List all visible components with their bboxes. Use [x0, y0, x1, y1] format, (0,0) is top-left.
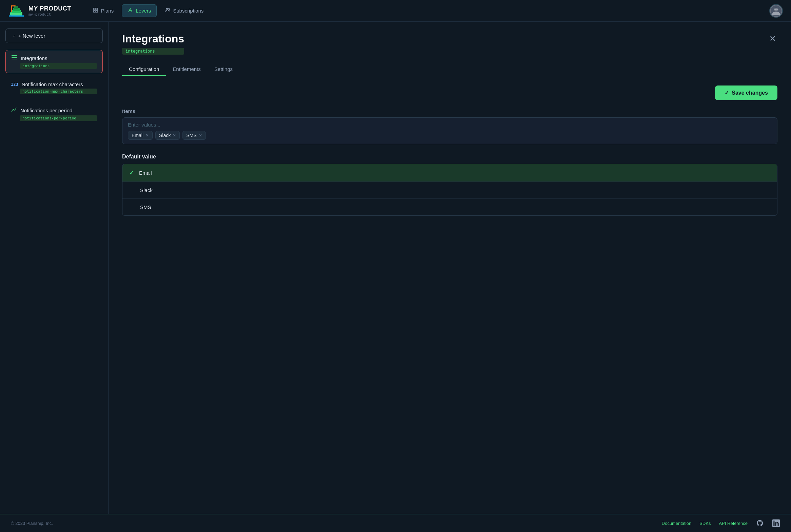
footer-copyright: © 2023 Planship, Inc. [11, 521, 53, 526]
tag-sms[interactable]: SMS ✕ [182, 131, 206, 140]
main-content: Integrations integrations ✕ Configuratio… [109, 22, 791, 514]
tag-slack[interactable]: Slack ✕ [155, 131, 180, 140]
panel-badge: integrations [122, 48, 184, 55]
footer-links: Documentation SDKs API Reference [662, 519, 780, 527]
main-layout: + + New lever Integrations integrations [0, 22, 791, 514]
default-options-list: ✓ Email Slack SMS [122, 164, 777, 216]
svg-rect-5 [11, 5, 16, 6]
default-value-label: Default value [122, 154, 777, 160]
save-changes-label: Save changes [732, 90, 768, 96]
nav-plans[interactable]: Plans [88, 4, 119, 17]
avatar-image [770, 5, 782, 17]
nav-subscriptions-label: Subscriptions [173, 8, 204, 14]
check-icon-email: ✓ [129, 170, 134, 176]
tab-settings[interactable]: Settings [208, 63, 239, 76]
items-section-label: Items [122, 108, 777, 114]
product-name-area: MY PRODUCT my-product [28, 5, 71, 17]
items-placeholder: Enter values... [128, 122, 772, 128]
number-icon: 123 [11, 82, 18, 87]
svg-rect-3 [14, 6, 18, 9]
list-icon [11, 54, 17, 62]
sidebar-item-notifications-period[interactable]: Notifications per period notifications-p… [5, 102, 103, 125]
sidebar-item-notification-max[interactable]: 123 Notification max characters notifica… [5, 77, 103, 98]
tag-slack-remove[interactable]: ✕ [173, 133, 176, 137]
nav-subscriptions[interactable]: Subscriptions [159, 4, 209, 17]
svg-rect-15 [12, 59, 17, 59]
footer-link-api-reference[interactable]: API Reference [719, 521, 748, 526]
svg-rect-14 [12, 57, 17, 58]
product-title: MY PRODUCT [28, 5, 71, 12]
sidebar-item-period-header: Notifications per period [11, 107, 97, 114]
levers-icon [128, 7, 133, 14]
main-nav: Plans Levers Subscriptions [88, 4, 209, 17]
subscriptions-icon [165, 7, 170, 14]
user-avatar[interactable] [769, 4, 783, 18]
tag-sms-label: SMS [186, 133, 196, 138]
sidebar-period-badge: notifications-per-period [20, 115, 97, 121]
new-lever-label: + New lever [18, 33, 45, 39]
close-icon: ✕ [769, 34, 776, 43]
default-option-sms-label: SMS [140, 204, 151, 210]
footer-link-sdks[interactable]: SDKs [699, 521, 711, 526]
default-option-slack-label: Slack [140, 187, 153, 193]
sidebar-item-integrations-header: Integrations [11, 54, 97, 62]
checkmark-icon: ✓ [725, 90, 729, 96]
app-header: MY PRODUCT my-product Plans Levers [0, 0, 791, 22]
sidebar-item-notification-header: 123 Notification max characters [11, 81, 97, 87]
default-option-sms[interactable]: SMS [122, 199, 777, 215]
save-changes-button[interactable]: ✓ Save changes [715, 86, 777, 100]
linkedin-icon[interactable] [772, 519, 780, 527]
sidebar-notification-badge: notification-max-characters [20, 89, 97, 94]
logo-area: MY PRODUCT my-product [8, 3, 71, 19]
tab-configuration[interactable]: Configuration [122, 63, 166, 76]
tag-email[interactable]: Email ✕ [128, 131, 153, 140]
close-button[interactable]: ✕ [768, 33, 777, 45]
sidebar-period-name: Notifications per period [20, 108, 72, 113]
trend-icon [11, 107, 17, 114]
default-value-section: Default value ✓ Email Slack SMS [122, 154, 777, 216]
tag-sms-remove[interactable]: ✕ [199, 133, 202, 137]
sidebar-item-integrations[interactable]: Integrations integrations [5, 50, 103, 73]
plans-icon [93, 7, 98, 14]
default-option-slack[interactable]: Slack [122, 182, 777, 198]
tag-email-remove[interactable]: ✕ [146, 133, 149, 137]
panel-tabs: Configuration Entitlements Settings [122, 63, 777, 76]
nav-levers[interactable]: Levers [122, 4, 157, 17]
sidebar: + + New lever Integrations integrations [0, 22, 109, 514]
save-area: ✓ Save changes [122, 86, 777, 100]
plus-icon: + [13, 33, 16, 39]
github-icon[interactable] [756, 519, 764, 527]
panel-header: Integrations integrations ✕ [122, 33, 777, 55]
footer-link-documentation[interactable]: Documentation [662, 521, 691, 526]
tag-email-label: Email [132, 133, 143, 138]
panel-title: Integrations [122, 33, 184, 45]
svg-rect-16 [12, 55, 13, 56]
default-option-email[interactable]: ✓ Email [122, 164, 777, 182]
tags-row: Email ✕ Slack ✕ SMS ✕ [128, 131, 772, 140]
tag-slack-label: Slack [159, 133, 171, 138]
sidebar-integrations-name: Integrations [21, 55, 47, 61]
svg-point-7 [168, 8, 170, 10]
sidebar-notification-name: Notification max characters [22, 81, 83, 87]
panel-title-area: Integrations integrations [122, 33, 184, 55]
logo-icon [8, 3, 24, 19]
new-lever-button[interactable]: + + New lever [5, 28, 103, 43]
default-option-email-label: Email [139, 170, 152, 176]
tab-entitlements[interactable]: Entitlements [166, 63, 208, 76]
nav-levers-label: Levers [136, 8, 151, 14]
nav-plans-label: Plans [101, 8, 114, 14]
items-input-area[interactable]: Enter values... Email ✕ Slack ✕ SMS ✕ [122, 117, 777, 144]
app-footer: © 2023 Planship, Inc. Documentation SDKs… [0, 514, 791, 532]
sidebar-integrations-badge: integrations [20, 63, 97, 69]
product-slug: my-product [28, 12, 71, 17]
